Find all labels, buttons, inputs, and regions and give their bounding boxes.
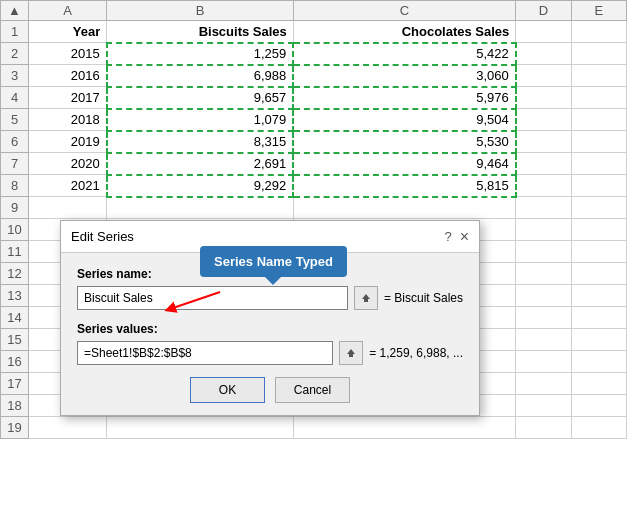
cell-7-c[interactable]: 9,464 (293, 153, 516, 175)
cell-10-e[interactable] (571, 219, 626, 241)
cell-4-b[interactable]: 9,657 (107, 87, 294, 109)
cell-3-e[interactable] (571, 65, 626, 87)
cell-2-d[interactable] (516, 43, 571, 65)
row-header-17: 17 (1, 373, 29, 395)
series-values-input[interactable] (77, 341, 333, 365)
dialog-close-button[interactable]: × (460, 229, 469, 245)
cell-3-b[interactable]: 6,988 (107, 65, 294, 87)
series-values-upload-button[interactable] (339, 341, 363, 365)
cell-4-c[interactable]: 5,976 (293, 87, 516, 109)
dialog-buttons: OK Cancel (77, 377, 463, 403)
cell-9-b[interactable] (107, 197, 294, 219)
cell-8-a[interactable]: 2021 (29, 175, 107, 197)
cell-6-b[interactable]: 8,315 (107, 131, 294, 153)
cell-2-b[interactable]: 1,259 (107, 43, 294, 65)
cell-13-e[interactable] (571, 285, 626, 307)
series-values-label: Series values: (77, 322, 463, 336)
cell-7-b[interactable]: 2,691 (107, 153, 294, 175)
cell-11-e[interactable] (571, 241, 626, 263)
cell-5-e[interactable] (571, 109, 626, 131)
cell-9-a[interactable] (29, 197, 107, 219)
cell-1-e[interactable] (571, 21, 626, 43)
row-header-4: 4 (1, 87, 29, 109)
cell-5-a[interactable]: 2018 (29, 109, 107, 131)
cell-19-e[interactable] (571, 417, 626, 439)
cell-15-e[interactable] (571, 329, 626, 351)
cell-19-a[interactable] (29, 417, 107, 439)
cell-18-d[interactable] (516, 395, 571, 417)
ok-button[interactable]: OK (190, 377, 265, 403)
row-header-19: 19 (1, 417, 29, 439)
cell-3-a[interactable]: 2016 (29, 65, 107, 87)
cell-2-a[interactable]: 2015 (29, 43, 107, 65)
series-name-upload-button[interactable] (354, 286, 378, 310)
cell-3-d[interactable] (516, 65, 571, 87)
cell-4-a[interactable]: 2017 (29, 87, 107, 109)
cell-12-d[interactable] (516, 263, 571, 285)
cell-6-d[interactable] (516, 131, 571, 153)
cell-4-e[interactable] (571, 87, 626, 109)
col-header-a[interactable]: A (29, 1, 107, 21)
cell-2-e[interactable] (571, 43, 626, 65)
cell-4-d[interactable] (516, 87, 571, 109)
row-header-2: 2 (1, 43, 29, 65)
cell-19-c[interactable] (293, 417, 516, 439)
col-header-b[interactable]: B (107, 1, 294, 21)
col-header-e[interactable]: E (571, 1, 626, 21)
table-row: 520181,0799,504 (1, 109, 627, 131)
cell-13-d[interactable] (516, 285, 571, 307)
cell-17-e[interactable] (571, 373, 626, 395)
cell-15-d[interactable] (516, 329, 571, 351)
cancel-button[interactable]: Cancel (275, 377, 350, 403)
row-header-12: 12 (1, 263, 29, 285)
row-header-13: 13 (1, 285, 29, 307)
table-row: 1YearBiscuits SalesChocolates Sales (1, 21, 627, 43)
cell-1-d[interactable] (516, 21, 571, 43)
row-header-9: 9 (1, 197, 29, 219)
series-values-equals: = 1,259, 6,988, ... (369, 346, 463, 360)
cell-8-b[interactable]: 9,292 (107, 175, 294, 197)
cell-9-e[interactable] (571, 197, 626, 219)
cell-7-e[interactable] (571, 153, 626, 175)
table-row: 9 (1, 197, 627, 219)
cell-16-d[interactable] (516, 351, 571, 373)
table-row: 620198,3155,530 (1, 131, 627, 153)
cell-5-c[interactable]: 9,504 (293, 109, 516, 131)
cell-5-b[interactable]: 1,079 (107, 109, 294, 131)
row-header-8: 8 (1, 175, 29, 197)
svg-marker-1 (347, 349, 355, 357)
cell-9-c[interactable] (293, 197, 516, 219)
cell-6-a[interactable]: 2019 (29, 131, 107, 153)
cell-7-d[interactable] (516, 153, 571, 175)
dialog-help-icon[interactable]: ? (444, 229, 451, 244)
cell-3-c[interactable]: 3,060 (293, 65, 516, 87)
cell-2-c[interactable]: 5,422 (293, 43, 516, 65)
col-header-d[interactable]: D (516, 1, 571, 21)
corner-header: ▲ (1, 1, 29, 21)
cell-1-a[interactable]: Year (29, 21, 107, 43)
cell-5-d[interactable] (516, 109, 571, 131)
cell-14-e[interactable] (571, 307, 626, 329)
cell-1-b[interactable]: Biscuits Sales (107, 21, 294, 43)
cell-8-d[interactable] (516, 175, 571, 197)
cell-10-d[interactable] (516, 219, 571, 241)
cell-7-a[interactable]: 2020 (29, 153, 107, 175)
row-header-1: 1 (1, 21, 29, 43)
cell-16-e[interactable] (571, 351, 626, 373)
upload-icon-2 (345, 347, 357, 359)
col-header-c[interactable]: C (293, 1, 516, 21)
cell-19-b[interactable] (107, 417, 294, 439)
cell-19-d[interactable] (516, 417, 571, 439)
table-row: 820219,2925,815 (1, 175, 627, 197)
cell-12-e[interactable] (571, 263, 626, 285)
cell-6-c[interactable]: 5,530 (293, 131, 516, 153)
cell-1-c[interactable]: Chocolates Sales (293, 21, 516, 43)
cell-11-d[interactable] (516, 241, 571, 263)
cell-6-e[interactable] (571, 131, 626, 153)
cell-8-e[interactable] (571, 175, 626, 197)
cell-18-e[interactable] (571, 395, 626, 417)
cell-9-d[interactable] (516, 197, 571, 219)
cell-8-c[interactable]: 5,815 (293, 175, 516, 197)
cell-17-d[interactable] (516, 373, 571, 395)
cell-14-d[interactable] (516, 307, 571, 329)
